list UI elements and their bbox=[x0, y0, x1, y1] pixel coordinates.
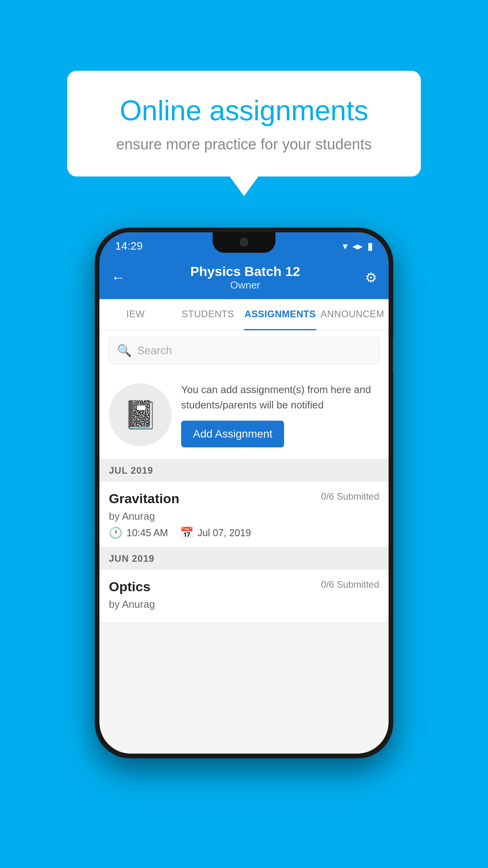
assignment-book-icon: 📓 bbox=[123, 399, 158, 431]
search-input[interactable]: Search bbox=[137, 344, 172, 357]
battery-icon: ▮ bbox=[367, 240, 373, 252]
assignment-by-gravitation: by Anurag bbox=[109, 510, 379, 522]
phone-notch bbox=[213, 232, 275, 253]
signal-icon: ◂▸ bbox=[352, 240, 363, 252]
meta-date-gravitation: 📅 Jul 07, 2019 bbox=[180, 526, 251, 539]
month-header-jul: JUL 2019 bbox=[99, 460, 389, 482]
side-button bbox=[393, 338, 393, 373]
back-button[interactable]: ← bbox=[111, 269, 125, 286]
assignment-meta-gravitation: 🕐 10:45 AM 📅 Jul 07, 2019 bbox=[109, 526, 379, 539]
assignment-description: You can add assignment(s) from here and … bbox=[181, 382, 379, 413]
phone-frame: 14:29 ▾ ◂▸ ▮ ← Physics Batch 12 Owner ⚙ bbox=[95, 228, 393, 758]
assignment-item-optics[interactable]: Optics 0/6 Submitted by Anurag bbox=[99, 570, 389, 623]
month-header-jun: JUN 2019 bbox=[99, 548, 389, 570]
assignment-icon-circle: 📓 bbox=[109, 383, 172, 446]
phone-screen: 14:29 ▾ ◂▸ ▮ ← Physics Batch 12 Owner ⚙ bbox=[99, 232, 389, 754]
tabs-bar: IEW STUDENTS ASSIGNMENTS ANNOUNCEM bbox=[99, 299, 389, 331]
tab-iew[interactable]: IEW bbox=[99, 299, 172, 330]
clock-icon: 🕐 bbox=[109, 526, 123, 539]
assignment-submitted-gravitation: 0/6 Submitted bbox=[321, 491, 379, 502]
assignment-item-gravitation[interactable]: Gravitation 0/6 Submitted by Anurag 🕐 10… bbox=[99, 482, 389, 548]
wifi-icon: ▾ bbox=[343, 240, 348, 252]
meta-time-gravitation: 🕐 10:45 AM bbox=[109, 526, 168, 539]
search-section: 🔍 Search bbox=[99, 331, 389, 370]
app-header: ← Physics Batch 12 Owner ⚙ bbox=[99, 256, 389, 299]
assignment-info: You can add assignment(s) from here and … bbox=[181, 382, 379, 447]
assignment-title-gravitation: Gravitation bbox=[109, 491, 179, 506]
add-assignment-button[interactable]: Add Assignment bbox=[181, 421, 284, 447]
search-icon: 🔍 bbox=[117, 344, 132, 357]
search-input-wrapper[interactable]: 🔍 Search bbox=[109, 337, 379, 364]
tab-announcements[interactable]: ANNOUNCEM bbox=[316, 299, 389, 330]
assignment-time-gravitation: 10:45 AM bbox=[127, 527, 168, 539]
tab-assignments[interactable]: ASSIGNMENTS bbox=[244, 299, 316, 330]
assignment-by-optics: by Anurag bbox=[109, 598, 379, 611]
status-time: 14:29 bbox=[115, 240, 143, 252]
status-icons: ▾ ◂▸ ▮ bbox=[343, 240, 373, 252]
add-assignment-section: 📓 You can add assignment(s) from here an… bbox=[99, 370, 389, 460]
tab-students[interactable]: STUDENTS bbox=[172, 299, 244, 330]
promo-subtitle: ensure more practice for your students bbox=[99, 136, 389, 153]
assignment-title-optics: Optics bbox=[109, 579, 150, 594]
assignment-date-gravitation: Jul 07, 2019 bbox=[198, 527, 251, 539]
header-title: Physics Batch 12 bbox=[190, 264, 300, 279]
settings-button[interactable]: ⚙ bbox=[365, 270, 377, 285]
header-center: Physics Batch 12 Owner bbox=[190, 264, 300, 291]
front-camera bbox=[240, 238, 248, 246]
promo-card: Online assignments ensure more practice … bbox=[67, 71, 421, 177]
header-subtitle: Owner bbox=[190, 279, 300, 291]
promo-title: Online assignments bbox=[99, 94, 389, 127]
calendar-icon: 📅 bbox=[180, 526, 194, 539]
assignment-submitted-optics: 0/6 Submitted bbox=[321, 579, 379, 590]
content-area: 🔍 Search 📓 You can add assignment(s) fro… bbox=[99, 331, 389, 623]
